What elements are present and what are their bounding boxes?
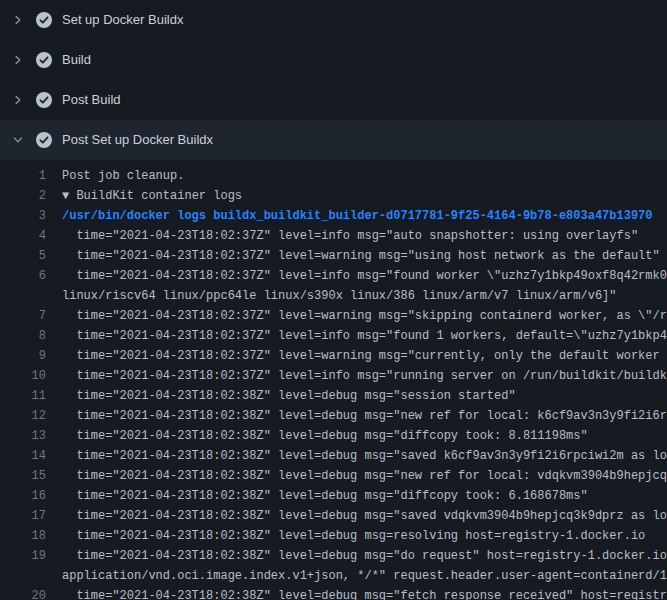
line-text-content: BuildKit container logs xyxy=(76,189,242,203)
line-number[interactable] xyxy=(0,566,46,586)
line-text: linux/riscv64 linux/ppc64le linux/s390x … xyxy=(62,286,617,306)
line-text: application/vnd.oci.image.index.v1+json,… xyxy=(62,566,667,586)
log-line[interactable]: 16 time="2021-04-23T18:02:38Z" level=deb… xyxy=(0,486,667,506)
line-text-content: linux/riscv64 linux/ppc64le linux/s390x … xyxy=(62,289,617,303)
chevron-icon xyxy=(12,134,24,146)
line-text-content: time="2021-04-23T18:02:38Z" level=debug … xyxy=(62,509,667,523)
log-line[interactable]: 19 time="2021-04-23T18:02:38Z" level=deb… xyxy=(0,546,667,566)
line-text-content: application/vnd.oci.image.index.v1+json,… xyxy=(62,569,667,583)
step-title: Set up Docker Buildx xyxy=(62,12,183,28)
check-circle-icon xyxy=(36,12,52,28)
line-text: time="2021-04-23T18:02:37Z" level=info m… xyxy=(62,266,667,286)
check-circle-icon xyxy=(36,132,52,148)
log-line[interactable]: 11 time="2021-04-23T18:02:38Z" level=deb… xyxy=(0,386,667,406)
log-line[interactable]: 17 time="2021-04-23T18:02:38Z" level=deb… xyxy=(0,506,667,526)
log-body: 1 Post job cleanup. 2 ▼ BuildKit contain… xyxy=(0,160,667,600)
line-text-content: time="2021-04-23T18:02:37Z" level=warnin… xyxy=(62,249,660,263)
group-expander-icon[interactable]: ▼ xyxy=(62,189,76,203)
line-text-content: time="2021-04-23T18:02:37Z" level=warnin… xyxy=(62,349,667,363)
workflow-log-viewer: Set up Docker Buildx Build xyxy=(0,0,667,600)
line-number[interactable]: 11 xyxy=(0,386,46,406)
line-text: time="2021-04-23T18:02:38Z" level=debug … xyxy=(62,526,645,546)
step-header[interactable]: Post Set up Docker Buildx xyxy=(0,120,667,160)
line-text-content: time="2021-04-23T18:02:37Z" level=info m… xyxy=(62,329,667,343)
line-text-content: time="2021-04-23T18:02:38Z" level=debug … xyxy=(62,449,667,463)
line-text-content: time="2021-04-23T18:02:37Z" level=info m… xyxy=(62,229,638,243)
log-line[interactable]: 18 time="2021-04-23T18:02:38Z" level=deb… xyxy=(0,526,667,546)
line-text: time="2021-04-23T18:02:37Z" level=warnin… xyxy=(62,346,667,366)
line-number[interactable]: 20 xyxy=(0,586,46,600)
line-text-content: time="2021-04-23T18:02:38Z" level=debug … xyxy=(62,429,588,443)
chevron-icon xyxy=(12,94,24,106)
line-text: time="2021-04-23T18:02:38Z" level=debug … xyxy=(62,466,667,486)
log-line[interactable]: linux/riscv64 linux/ppc64le linux/s390x … xyxy=(0,286,667,306)
line-number[interactable]: 18 xyxy=(0,526,46,546)
line-text: time="2021-04-23T18:02:37Z" level=info m… xyxy=(62,366,667,386)
log-line[interactable]: 4 time="2021-04-23T18:02:37Z" level=info… xyxy=(0,226,667,246)
line-text: time="2021-04-23T18:02:38Z" level=debug … xyxy=(62,486,588,506)
log-line[interactable]: 10 time="2021-04-23T18:02:37Z" level=inf… xyxy=(0,366,667,386)
line-number[interactable]: 3 xyxy=(0,206,46,226)
line-number[interactable]: 10 xyxy=(0,366,46,386)
step-title: Build xyxy=(62,52,91,68)
log-line[interactable]: 12 time="2021-04-23T18:02:38Z" level=deb… xyxy=(0,406,667,426)
line-text-content: time="2021-04-23T18:02:37Z" level=warnin… xyxy=(62,309,667,323)
log-line[interactable]: 15 time="2021-04-23T18:02:38Z" level=deb… xyxy=(0,466,667,486)
line-text-content: time="2021-04-23T18:02:38Z" level=debug … xyxy=(62,409,667,423)
line-text: time="2021-04-23T18:02:38Z" level=debug … xyxy=(62,386,516,406)
log-line[interactable]: 7 time="2021-04-23T18:02:37Z" level=warn… xyxy=(0,306,667,326)
line-text: time="2021-04-23T18:02:38Z" level=debug … xyxy=(62,426,588,446)
line-text-content: time="2021-04-23T18:02:38Z" level=debug … xyxy=(62,389,516,403)
line-text: ▼ BuildKit container logs xyxy=(62,186,242,206)
chevron-icon xyxy=(12,54,24,66)
log-line[interactable]: 13 time="2021-04-23T18:02:38Z" level=deb… xyxy=(0,426,667,446)
line-number[interactable]: 16 xyxy=(0,486,46,506)
line-number[interactable]: 1 xyxy=(0,166,46,186)
chevron-icon xyxy=(12,14,24,26)
log-line[interactable]: 14 time="2021-04-23T18:02:38Z" level=deb… xyxy=(0,446,667,466)
line-number[interactable]: 12 xyxy=(0,406,46,426)
line-text-content: time="2021-04-23T18:02:38Z" level=debug … xyxy=(62,549,667,563)
step-header[interactable]: Build xyxy=(0,40,667,80)
log-line[interactable]: 5 time="2021-04-23T18:02:37Z" level=warn… xyxy=(0,246,667,266)
line-number[interactable]: 4 xyxy=(0,226,46,246)
line-number[interactable]: 9 xyxy=(0,346,46,366)
line-text-content: time="2021-04-23T18:02:38Z" level=debug … xyxy=(62,489,588,503)
step-header[interactable]: Set up Docker Buildx xyxy=(0,0,667,40)
log-line[interactable]: 9 time="2021-04-23T18:02:37Z" level=warn… xyxy=(0,346,667,366)
step-title: Post Set up Docker Buildx xyxy=(62,132,213,148)
line-number[interactable]: 15 xyxy=(0,466,46,486)
step-header[interactable]: Post Build xyxy=(0,80,667,120)
line-number[interactable]: 6 xyxy=(0,266,46,286)
line-number[interactable]: 17 xyxy=(0,506,46,526)
line-number[interactable]: 14 xyxy=(0,446,46,466)
log-line[interactable]: 20 time="2021-04-23T18:02:38Z" level=deb… xyxy=(0,586,667,600)
line-text: /usr/bin/docker logs buildx_buildkit_bui… xyxy=(62,206,653,226)
line-text: time="2021-04-23T18:02:37Z" level=info m… xyxy=(62,226,638,246)
line-text: time="2021-04-23T18:02:37Z" level=info m… xyxy=(62,326,667,346)
line-number[interactable] xyxy=(0,286,46,306)
line-number[interactable]: 5 xyxy=(0,246,46,266)
line-text-content: /usr/bin/docker logs buildx_buildkit_bui… xyxy=(62,209,653,223)
log-line[interactable]: 2 ▼ BuildKit container logs xyxy=(0,186,667,206)
log-line[interactable]: 6 time="2021-04-23T18:02:37Z" level=info… xyxy=(0,266,667,286)
line-number[interactable]: 7 xyxy=(0,306,46,326)
line-text: time="2021-04-23T18:02:38Z" level=debug … xyxy=(62,546,667,566)
line-text: time="2021-04-23T18:02:38Z" level=debug … xyxy=(62,406,667,426)
log-line[interactable]: 3 /usr/bin/docker logs buildx_buildkit_b… xyxy=(0,206,667,226)
line-text-content: time="2021-04-23T18:02:37Z" level=info m… xyxy=(62,269,667,283)
line-number[interactable]: 13 xyxy=(0,426,46,446)
line-text-content: time="2021-04-23T18:02:37Z" level=info m… xyxy=(62,369,667,383)
log-line[interactable]: application/vnd.oci.image.index.v1+json,… xyxy=(0,566,667,586)
line-text: time="2021-04-23T18:02:37Z" level=warnin… xyxy=(62,246,660,266)
line-number[interactable]: 19 xyxy=(0,546,46,566)
line-number[interactable]: 2 xyxy=(0,186,46,206)
line-text-content: time="2021-04-23T18:02:38Z" level=debug … xyxy=(62,589,667,600)
step-title: Post Build xyxy=(62,92,121,108)
line-number[interactable]: 8 xyxy=(0,326,46,346)
line-text: time="2021-04-23T18:02:38Z" level=debug … xyxy=(62,506,667,526)
log-line[interactable]: 1 Post job cleanup. xyxy=(0,166,667,186)
line-text: time="2021-04-23T18:02:38Z" level=debug … xyxy=(62,446,667,466)
log-line[interactable]: 8 time="2021-04-23T18:02:37Z" level=info… xyxy=(0,326,667,346)
line-text: time="2021-04-23T18:02:38Z" level=debug … xyxy=(62,586,667,600)
